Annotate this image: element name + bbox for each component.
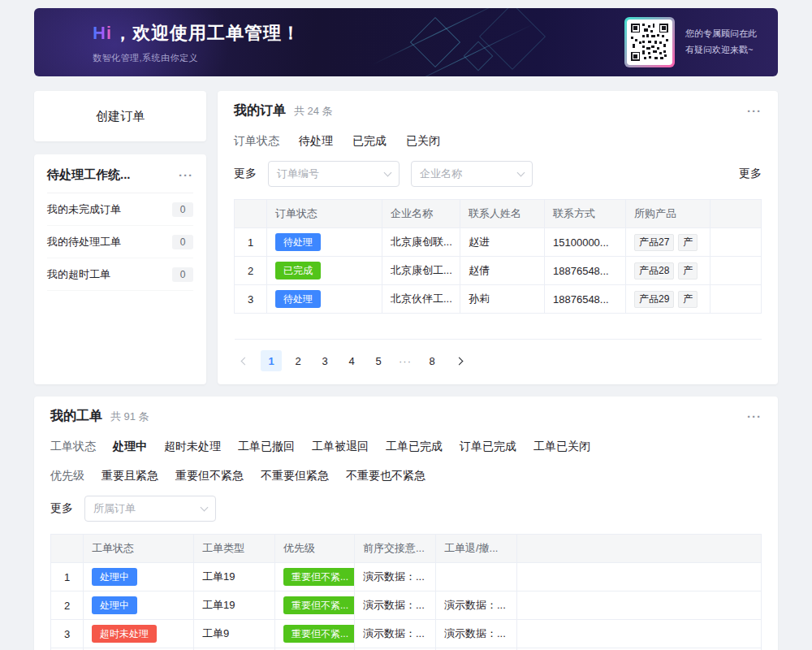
filter-option-closed[interactable]: 工单已关闭 [533,440,590,454]
cell-extra [710,285,762,314]
stats-card-title: 待处理工作统... [47,167,131,183]
cell-index: 3 [235,285,267,314]
priority-option-important-urgent[interactable]: 重要且紧急 [102,469,158,483]
workorders-panel-header: 我的工单 共 91 条 ··· [50,408,762,425]
filter-option-order-done[interactable]: 订单已完成 [460,440,516,454]
cell-index: 3 [51,620,84,648]
priority-option-not-important-not-urgent[interactable]: 不重要也不紧急 [346,469,425,483]
cell-index: 1 [235,228,267,257]
cell-products: 产品28产 [626,257,710,285]
qr-code-frame [624,17,675,67]
prev-page-icon[interactable] [234,350,255,371]
filter-option-closed[interactable]: 已关闭 [406,134,440,149]
orders-more-toggle[interactable]: 更多 [234,167,257,181]
parent-order-select[interactable]: 所属订单 [84,496,216,522]
stats-card-header: 待处理工作统... ··· [47,166,193,193]
cell-handover: 演示数据：... [355,620,436,648]
workorder-status-filter-row: 工单状态 处理中 超时未处理 工单已撤回 工单被退回 工单已完成 订单已完成 工… [50,440,762,454]
product-tag-truncated: 产 [678,234,698,251]
page-button[interactable]: 3 [314,350,335,371]
cell-priority: 重要但不紧... [275,563,355,592]
orders-more-filter-row: 更多 订单编号 企业名称 更多 [234,161,762,187]
stats-item-count: 0 [172,267,193,282]
order-table-row[interactable]: 3 待处理 北京伙伴工... 孙莉 18876548... 产品29产 [235,285,762,314]
workorders-more-toggle[interactable]: 更多 [50,501,73,516]
workorder-status-filter-label: 工单状态 [50,440,96,454]
cell-status: 已完成 [267,257,382,285]
more-icon[interactable]: ··· [747,105,762,117]
workorders-col-status: 工单状态 [84,535,194,563]
filter-option-pending[interactable]: 待处理 [299,134,333,149]
product-tag-truncated: 产 [678,291,698,308]
order-table-row[interactable]: 2 已完成 北京康创工... 赵倩 18876548... 产品28产 [235,257,762,285]
priority-badge: 重要但不紧... [283,596,355,614]
order-table-row[interactable]: 1 待处理 北京康创联... 赵进 15100000... 产品27产 [235,228,762,257]
chevron-down-icon [517,169,525,177]
qr-tip: 您的专属顾问在此 有疑问欢迎来戳~ [685,26,757,58]
more-icon[interactable]: ··· [179,169,193,181]
cell-index: 2 [51,592,84,620]
status-badge: 待处理 [275,290,321,308]
next-page-icon[interactable] [448,350,469,371]
page-button[interactable]: 8 [421,350,443,371]
cell-status: 处理中 [84,592,194,620]
stats-item-unfinished-orders[interactable]: 我的未完成订单 0 [47,193,193,226]
filter-option-withdrawn[interactable]: 工单已撤回 [238,440,295,454]
cell-status: 待处理 [267,285,382,314]
workorders-col-index [51,535,84,563]
filter-option-workorder-done[interactable]: 工单已完成 [386,440,443,454]
cell-extra [517,592,762,620]
stats-item-pending-workorders[interactable]: 我的待处理工单 0 [47,226,193,258]
filter-option-completed[interactable]: 已完成 [352,134,387,149]
qr-tip-line2: 有疑问欢迎来戳~ [685,42,757,58]
priority-option-important-not-urgent[interactable]: 重要但不紧急 [175,469,244,483]
page-button[interactable]: 4 [341,350,362,371]
orders-table: 订单状态 企业名称 联系人姓名 联系方式 所购产品 1 待处理 北京康创联...… [234,199,762,340]
status-badge: 处理中 [92,596,137,614]
cell-contact: 赵进 [460,228,545,257]
workorder-table-row[interactable]: 2 处理中 工单19 重要但不紧... 演示数据：... 演示数据：... [51,592,762,620]
page-button[interactable]: 5 [368,350,389,371]
stats-item-label: 我的未完成订单 [47,202,121,217]
stats-item-count: 0 [172,235,193,249]
priority-filter-label: 优先级 [50,469,84,483]
priority-option-not-important-urgent[interactable]: 不重要但紧急 [261,469,329,483]
orders-col-extra [710,200,762,228]
cell-index: 2 [235,257,267,285]
orders-more-link[interactable]: 更多 [739,167,762,181]
more-icon[interactable]: ··· [747,410,762,422]
product-tag: 产品29 [634,291,674,308]
qr-code-icon [627,20,672,65]
parent-order-select-placeholder: 所属订单 [93,501,136,516]
product-tag: 产品27 [634,234,674,251]
orders-col-phone: 联系方式 [545,200,626,228]
cell-products: 产品29产 [626,285,710,314]
banner-decoration-cube [479,8,546,70]
page-button[interactable]: 1 [261,350,282,371]
stats-item-overdue-workorders[interactable]: 我的超时工单 0 [47,258,193,291]
orders-table-header-row: 订单状态 企业名称 联系人姓名 联系方式 所购产品 [235,200,762,228]
my-orders-panel: 我的订单 共 24 条 ··· 订单状态 待处理 已完成 已关闭 更多 订单编号… [218,91,778,384]
cell-company: 北京康创联... [382,228,460,257]
status-badge: 待处理 [275,233,321,251]
workorders-col-return: 工单退/撤... [436,535,517,563]
orders-panel-title: 我的订单 [234,102,286,119]
create-order-button[interactable]: 创建订单 [34,91,206,141]
filter-option-overdue[interactable]: 超时未处理 [164,440,221,454]
welcome-banner: Hi，欢迎使用工单管理！ 数智化管理,系统由你定义 [34,8,778,76]
cell-handover: 演示数据：... [355,592,436,620]
my-workorders-panel: 我的工单 共 91 条 ··· 工单状态 处理中 超时未处理 工单已撤回 工单被… [34,396,778,650]
filter-option-processing[interactable]: 处理中 [113,440,147,454]
workorders-panel-count: 共 91 条 [110,410,149,424]
company-name-select[interactable]: 企业名称 [411,161,533,187]
banner-title: Hi，欢迎使用工单管理！ [93,21,300,46]
workorder-table-row[interactable]: 3 超时未处理 工单9 重要但不紧... 演示数据：... 演示数据：... [51,620,762,648]
workorders-table-header-row: 工单状态 工单类型 优先级 前序交接意... 工单退/撤... [51,535,762,563]
cell-company: 北京伙伴工... [382,285,460,314]
cell-return [436,563,517,592]
cell-type: 工单19 [194,563,275,592]
filter-option-returned[interactable]: 工单被退回 [312,440,369,454]
page-button[interactable]: 2 [287,350,309,371]
order-number-select[interactable]: 订单编号 [268,161,400,187]
workorder-table-row[interactable]: 1 处理中 工单19 重要但不紧... 演示数据：... [51,563,762,592]
